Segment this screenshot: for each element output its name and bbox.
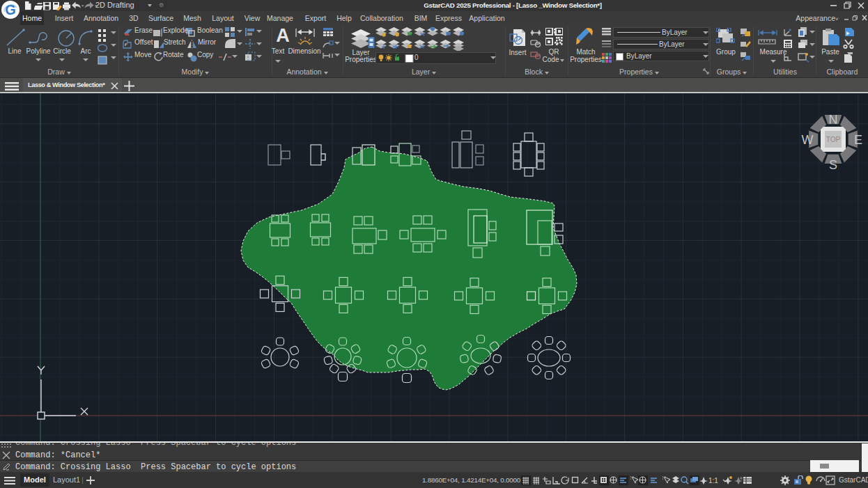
svg-text:N: N [829, 113, 838, 127]
svg-text:1:1: 1:1 [708, 477, 718, 485]
svg-text:S: S [829, 158, 837, 172]
svg-text:TOP: TOP [826, 136, 841, 143]
svg-text:G: G [5, 2, 16, 17]
svg-text:E: E [854, 133, 862, 147]
svg-text:W: W [802, 133, 814, 147]
